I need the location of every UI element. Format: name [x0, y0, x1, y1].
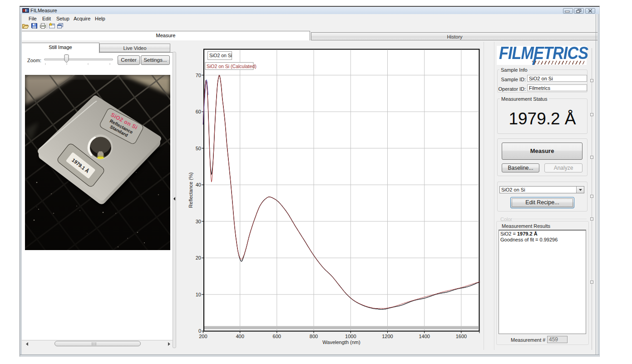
svg-text:800: 800 [310, 334, 318, 339]
svg-text:1400: 1400 [419, 334, 430, 339]
svg-text:10: 10 [196, 292, 201, 297]
svg-text:600: 600 [273, 334, 281, 339]
svg-text:Reflectance (%): Reflectance (%) [188, 172, 193, 208]
svg-text:400: 400 [236, 334, 244, 339]
svg-text:Wavelength (nm): Wavelength (nm) [322, 339, 360, 345]
svg-text:0: 0 [198, 328, 201, 334]
svg-text:1000: 1000 [345, 334, 356, 339]
svg-text:1600: 1600 [456, 334, 467, 339]
svg-text:60: 60 [196, 109, 201, 114]
svg-text:SiO2 on Si (Calculated): SiO2 on Si (Calculated) [207, 64, 257, 69]
svg-text:SiO2 on Si: SiO2 on Si [209, 53, 232, 58]
svg-text:200: 200 [199, 334, 207, 339]
svg-text:20: 20 [196, 255, 201, 261]
svg-text:30: 30 [196, 219, 201, 224]
svg-text:40: 40 [196, 182, 201, 187]
svg-text:50: 50 [196, 146, 201, 151]
svg-text:1200: 1200 [382, 334, 393, 339]
svg-text:70: 70 [196, 73, 201, 78]
